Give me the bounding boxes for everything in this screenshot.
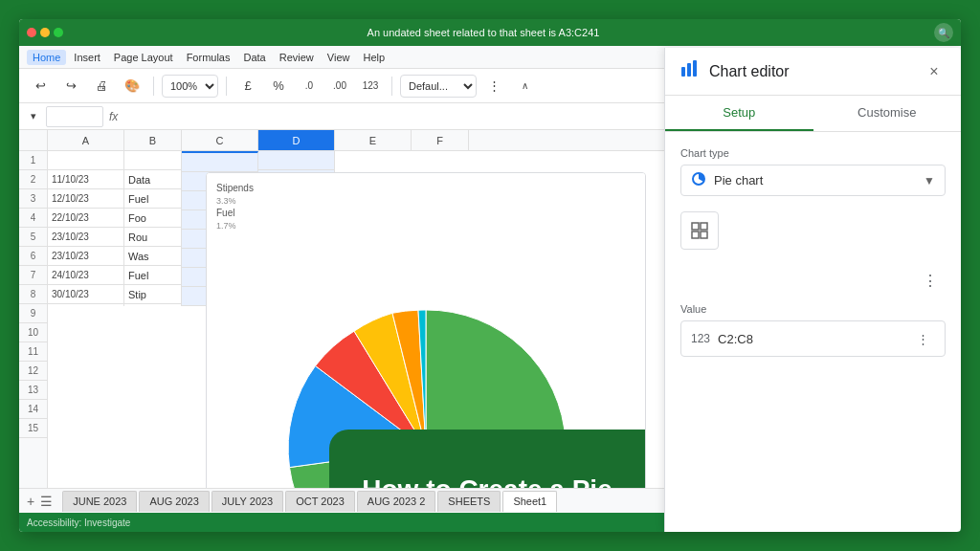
cell-d1[interactable] xyxy=(258,151,334,170)
maximize-dot[interactable] xyxy=(54,28,63,37)
cell-a3[interactable]: 12/10/23 xyxy=(48,189,123,209)
search-btn[interactable]: 🔍 xyxy=(934,23,953,42)
col-header-c[interactable]: C xyxy=(182,130,258,150)
close-dot[interactable] xyxy=(27,28,36,37)
sheets-window: An undated sheet related to that sheet i… xyxy=(19,19,961,532)
svg-rect-6 xyxy=(692,231,699,238)
overlay-text-block: How to Create a Pie Chart in Google Shee… xyxy=(329,430,645,488)
legend-fuel: Fuel xyxy=(216,208,254,218)
row-num-13: 13 xyxy=(19,381,47,400)
col-header-a[interactable]: A xyxy=(48,130,124,150)
sheet-tab-june[interactable]: JUNE 2023 xyxy=(62,491,137,512)
format123-button[interactable]: 123 xyxy=(357,73,384,99)
cell-c1[interactable] xyxy=(182,153,257,172)
cell-reference-input[interactable] xyxy=(46,106,103,127)
tab-setup[interactable]: Setup xyxy=(665,130,813,131)
col-header-d[interactable]: D xyxy=(258,130,335,150)
menu-page-layout[interactable]: Page Layout xyxy=(108,50,179,65)
panel-content: Chart type Pie chart ▼ xyxy=(665,132,961,488)
zoom-select[interactable]: 100% xyxy=(162,75,218,98)
row-num-8: 8 xyxy=(19,285,47,304)
row-num-9: 9 xyxy=(19,304,47,323)
decimal2-button[interactable]: .00 xyxy=(326,73,353,99)
value-range: C2:C8 xyxy=(718,332,904,346)
menu-view[interactable]: View xyxy=(322,50,356,65)
cell-a4[interactable]: 22/10/23 xyxy=(48,209,123,228)
expand-button[interactable]: ∧ xyxy=(511,73,538,99)
chart-type-dropdown-arrow: ▼ xyxy=(924,174,935,187)
currency-button[interactable]: £ xyxy=(234,73,261,99)
percent-button[interactable]: % xyxy=(265,73,292,99)
overlay-text-content: How to Create a Pie Chart in Google Shee… xyxy=(358,473,616,488)
cell-dropdown[interactable]: ▾ xyxy=(27,110,40,122)
cell-b3[interactable]: Fuel xyxy=(124,189,181,209)
sheet-tab-aug[interactable]: AUG 2023 xyxy=(139,491,209,512)
row-num-12: 12 xyxy=(19,362,47,381)
more-options-row: ⋮ xyxy=(680,265,946,296)
sheet-tab-oct[interactable]: OCT 2023 xyxy=(285,491,355,512)
chart-type-label: Chart type xyxy=(680,147,946,159)
chart-legend: Stipends 3.3% Fuel 1.7% xyxy=(216,183,254,232)
decimal1-button[interactable]: .0 xyxy=(296,73,323,99)
minimize-dot[interactable] xyxy=(40,28,50,37)
col-header-f[interactable]: F xyxy=(412,130,469,150)
status-text: Accessibility: Investigate xyxy=(27,518,130,528)
cell-b6[interactable]: Was xyxy=(124,247,181,266)
grid-layout-button[interactable] xyxy=(680,211,719,250)
cell-b7[interactable]: Fuel xyxy=(124,266,181,285)
window-controls xyxy=(27,28,63,37)
chart-layout-row xyxy=(680,211,946,250)
row-num-5: 5 xyxy=(19,228,47,247)
col-b-data: Data Fuel Foo Rou Was Fuel Stip xyxy=(124,151,182,306)
fx-label: fx xyxy=(109,110,118,123)
cell-a7[interactable]: 24/10/23 xyxy=(48,266,123,285)
menu-formulas[interactable]: Formulas xyxy=(181,50,236,65)
sheet-tab-july[interactable]: JULY 2023 xyxy=(212,491,283,512)
menu-help[interactable]: Help xyxy=(357,50,390,65)
cell-a8[interactable]: 30/10/23 xyxy=(48,285,123,304)
cell-b1[interactable] xyxy=(124,151,181,170)
row-num-10: 10 xyxy=(19,323,47,342)
legend-stipends-pct: 3.3% xyxy=(216,195,254,206)
row-num-2: 2 xyxy=(19,170,47,189)
sheet-tab-sheet1[interactable]: Sheet1 xyxy=(502,491,557,512)
menu-insert[interactable]: Insert xyxy=(68,50,106,65)
separator-1 xyxy=(153,77,154,96)
cell-b2[interactable]: Data xyxy=(124,170,181,189)
separator-3 xyxy=(391,77,392,96)
content-area: 1 2 3 4 5 6 7 8 9 10 11 12 13 14 15 A xyxy=(19,130,961,488)
cell-b4[interactable]: Foo xyxy=(124,209,181,228)
row-num-14: 14 xyxy=(19,400,47,419)
value-label: Value xyxy=(680,303,946,315)
cell-a1[interactable] xyxy=(48,151,123,170)
row-numbers: 1 2 3 4 5 6 7 8 9 10 11 12 13 14 15 xyxy=(19,130,48,488)
menu-home[interactable]: Home xyxy=(27,50,66,65)
tab-customise[interactable]: Customise xyxy=(813,130,962,131)
chart-type-selector[interactable]: Pie chart ▼ xyxy=(680,165,946,196)
sheet-tab-sheets[interactable]: SHEETS xyxy=(437,491,501,512)
font-select[interactable]: Defaul... xyxy=(400,75,477,98)
more-options-dots-button[interactable]: ⋮ xyxy=(915,265,946,296)
cell-a2[interactable]: 11/10/23 xyxy=(48,170,123,189)
value-row: 123 C2:C8 ⋮ xyxy=(680,320,946,357)
cell-b8[interactable]: Stip xyxy=(124,285,181,304)
svg-rect-4 xyxy=(692,223,699,230)
paint-format-button[interactable]: 🎨 xyxy=(119,73,145,99)
sheet-tab-aug2[interactable]: AUG 2023 2 xyxy=(357,491,436,512)
chart-type-value: Pie chart xyxy=(714,173,916,187)
col-header-b[interactable]: B xyxy=(124,130,182,150)
more-options-button[interactable]: ⋮ xyxy=(480,73,507,99)
sheet-list-button[interactable]: ☰ xyxy=(40,494,53,509)
row-num-4: 4 xyxy=(19,209,47,228)
menu-review[interactable]: Review xyxy=(274,50,320,65)
print-button[interactable]: 🖨 xyxy=(88,73,115,99)
cell-b5[interactable]: Rou xyxy=(124,228,181,247)
menu-data[interactable]: Data xyxy=(237,50,271,65)
undo-button[interactable]: ↩ xyxy=(27,73,54,99)
cell-a6[interactable]: 23/10/23 xyxy=(48,247,123,266)
value-options-button[interactable]: ⋮ xyxy=(912,327,935,350)
add-sheet-button[interactable]: + xyxy=(27,494,34,509)
cell-a5[interactable]: 23/10/23 xyxy=(48,228,123,247)
redo-button[interactable]: ↪ xyxy=(57,73,84,99)
col-header-e[interactable]: E xyxy=(335,130,412,150)
